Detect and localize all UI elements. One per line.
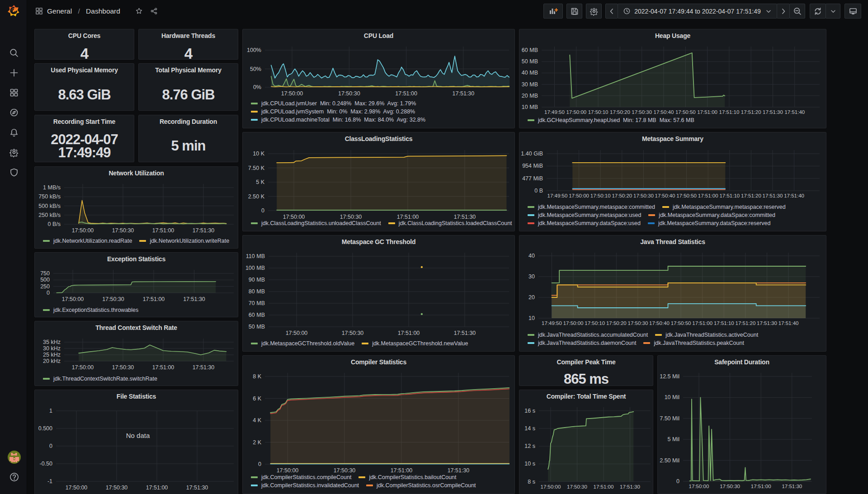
svg-text:17:50:30: 17:50:30 xyxy=(102,296,124,302)
svg-text:20 MB: 20 MB xyxy=(522,93,538,99)
svg-text:17:51:30: 17:51:30 xyxy=(193,227,215,234)
svg-text:12.5 Mil: 12.5 Mil xyxy=(660,373,679,380)
svg-text:17:50:30: 17:50:30 xyxy=(112,227,134,234)
svg-text:17:51:00: 17:51:00 xyxy=(152,227,175,234)
svg-text:100 MB: 100 MB xyxy=(245,265,265,271)
svg-text:0.500: 0.500 xyxy=(38,425,52,432)
svg-text:477 MiB: 477 MiB xyxy=(522,175,543,182)
svg-text:17:51:00: 17:51:00 xyxy=(395,90,417,97)
svg-text:1.40 GiB: 1.40 GiB xyxy=(521,151,543,157)
svg-text:30 kHz: 30 kHz xyxy=(43,345,61,352)
svg-text:17:50:30: 17:50:30 xyxy=(633,193,654,198)
svg-text:10 K: 10 K xyxy=(253,151,264,157)
svg-text:110 MB: 110 MB xyxy=(246,253,265,259)
svg-text:1: 1 xyxy=(49,408,52,414)
svg-text:17:51:30: 17:51:30 xyxy=(186,485,208,491)
svg-text:0: 0 xyxy=(49,443,52,449)
svg-text:17:50:10: 17:50:10 xyxy=(590,193,611,198)
svg-text:17:51:30: 17:51:30 xyxy=(763,109,783,115)
svg-text:1 MB/s: 1 MB/s xyxy=(43,184,61,191)
svg-text:17:51:30: 17:51:30 xyxy=(193,364,215,371)
svg-text:17:51:30: 17:51:30 xyxy=(620,484,640,489)
svg-text:4 K: 4 K xyxy=(253,417,261,423)
svg-text:17:51:10: 17:51:10 xyxy=(714,320,734,326)
svg-text:17:51:10: 17:51:10 xyxy=(719,109,740,115)
svg-text:17:51:00: 17:51:00 xyxy=(152,364,175,371)
svg-text:17:50:00: 17:50:00 xyxy=(66,485,88,491)
svg-text:17:51:00: 17:51:00 xyxy=(692,320,712,326)
svg-text:6 K: 6 K xyxy=(253,395,261,402)
svg-text:30: 30 xyxy=(528,273,535,280)
svg-text:17:51:00: 17:51:00 xyxy=(594,484,614,489)
svg-text:17:50:10: 17:50:10 xyxy=(588,109,609,115)
svg-text:17:51:10: 17:51:10 xyxy=(719,193,740,198)
svg-text:17:50:10: 17:50:10 xyxy=(585,320,605,326)
svg-text:17:51:00: 17:51:00 xyxy=(751,484,771,489)
svg-text:0: 0 xyxy=(261,207,264,214)
svg-text:17:50:30: 17:50:30 xyxy=(342,330,364,336)
svg-text:17:50:30: 17:50:30 xyxy=(112,364,134,371)
svg-text:17:51:00: 17:51:00 xyxy=(697,109,717,115)
svg-text:17:50:30: 17:50:30 xyxy=(628,320,648,326)
svg-text:17:50:30: 17:50:30 xyxy=(720,484,740,489)
svg-text:17:51:20: 17:51:20 xyxy=(741,109,761,115)
svg-text:-1: -1 xyxy=(47,478,52,485)
svg-text:5 K: 5 K xyxy=(256,179,264,185)
svg-text:17:51:30: 17:51:30 xyxy=(757,320,777,326)
svg-text:10: 10 xyxy=(528,315,535,321)
svg-text:0: 0 xyxy=(258,461,261,467)
svg-text:17:49:50: 17:49:50 xyxy=(547,193,568,198)
svg-text:17:50:00: 17:50:00 xyxy=(62,296,84,302)
svg-text:17:51:40: 17:51:40 xyxy=(778,320,799,326)
svg-text:17:50:00: 17:50:00 xyxy=(72,227,94,234)
svg-text:17:51:00: 17:51:00 xyxy=(398,330,420,336)
svg-text:90 MB: 90 MB xyxy=(249,277,265,283)
svg-text:50%: 50% xyxy=(250,66,261,72)
svg-text:25 kHz: 25 kHz xyxy=(43,352,61,358)
svg-text:7.50 K: 7.50 K xyxy=(248,165,265,171)
svg-text:17:50:00: 17:50:00 xyxy=(569,193,589,198)
svg-text:17:50:50: 17:50:50 xyxy=(676,193,697,198)
svg-text:0: 0 xyxy=(676,478,679,485)
svg-text:17:50:40: 17:50:40 xyxy=(655,193,675,198)
svg-text:17:51:30: 17:51:30 xyxy=(453,90,475,97)
svg-text:17:50:30: 17:50:30 xyxy=(632,109,652,115)
svg-text:0 B: 0 B xyxy=(534,188,543,194)
svg-text:17:50:00: 17:50:00 xyxy=(277,467,299,474)
svg-text:70 MB: 70 MB xyxy=(249,300,265,306)
svg-text:17:51:30: 17:51:30 xyxy=(448,467,470,474)
svg-text:7.50 Mil: 7.50 Mil xyxy=(660,415,679,422)
svg-text:20 kHz: 20 kHz xyxy=(43,358,61,364)
svg-text:750: 750 xyxy=(40,270,50,277)
svg-text:17:51:40: 17:51:40 xyxy=(784,109,805,115)
svg-text:17:50:00: 17:50:00 xyxy=(541,484,561,489)
svg-text:17:50:20: 17:50:20 xyxy=(610,109,630,115)
svg-text:80 MB: 80 MB xyxy=(249,288,265,295)
svg-text:17:51:00: 17:51:00 xyxy=(143,296,165,302)
svg-text:17:50:50: 17:50:50 xyxy=(675,109,696,115)
svg-text:17:51:30: 17:51:30 xyxy=(763,193,783,198)
svg-text:30 MB: 30 MB xyxy=(522,81,538,88)
svg-text:17:50:50: 17:50:50 xyxy=(671,320,691,326)
svg-text:2.50 Mil: 2.50 Mil xyxy=(660,457,679,464)
svg-text:17:51:40: 17:51:40 xyxy=(784,193,804,198)
svg-text:50 MB: 50 MB xyxy=(522,58,538,65)
svg-text:954 MiB: 954 MiB xyxy=(522,163,543,169)
svg-text:17:50:00: 17:50:00 xyxy=(281,90,303,97)
svg-text:10 Mil: 10 Mil xyxy=(665,394,679,400)
svg-text:17:50:20: 17:50:20 xyxy=(612,193,632,198)
svg-text:50 MB: 50 MB xyxy=(249,324,265,330)
svg-text:0%: 0% xyxy=(253,84,261,90)
svg-text:17:50:00: 17:50:00 xyxy=(563,320,584,326)
svg-text:-0.50: -0.50 xyxy=(40,461,53,467)
svg-text:100%: 100% xyxy=(247,47,261,53)
svg-text:17:50:30: 17:50:30 xyxy=(567,484,587,489)
svg-text:17:50:30: 17:50:30 xyxy=(106,485,128,491)
svg-text:17:51:30: 17:51:30 xyxy=(183,296,205,302)
svg-text:8 K: 8 K xyxy=(253,373,261,380)
svg-text:17:50:00: 17:50:00 xyxy=(689,484,709,489)
svg-text:17:51:00: 17:51:00 xyxy=(391,467,413,474)
svg-text:0 B/s: 0 B/s xyxy=(48,221,61,227)
svg-text:8 s: 8 s xyxy=(528,479,535,485)
svg-text:2 K: 2 K xyxy=(253,439,261,446)
